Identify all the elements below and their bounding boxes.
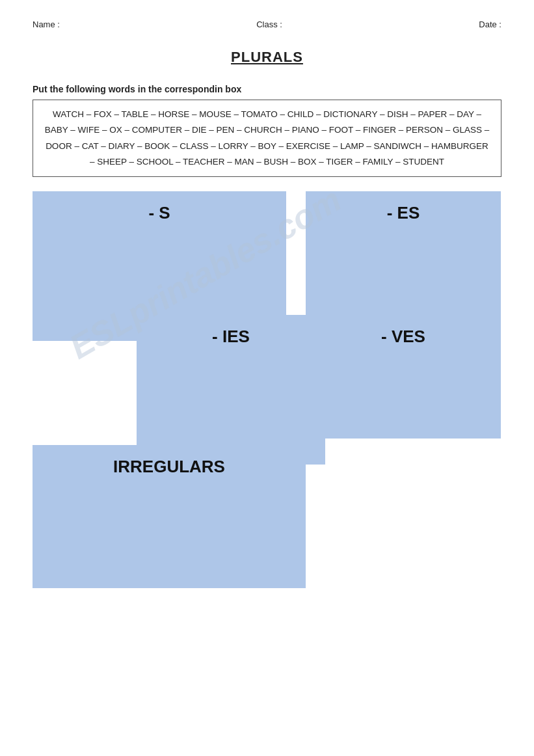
box-irregulars-label: IRREGULARS	[113, 457, 225, 477]
plural-boxes-area: - S - ES - IES - VES IRREGULARS	[33, 191, 501, 608]
box-ies: - IES	[137, 315, 325, 465]
box-es-label: - ES	[387, 203, 420, 223]
box-ves-label: - VES	[381, 327, 425, 347]
date-label: Date :	[479, 20, 501, 29]
header: Name : Class : Date :	[33, 20, 501, 29]
box-ies-label: - IES	[212, 327, 250, 347]
name-label: Name :	[33, 20, 60, 29]
instruction-text: Put the following words in the correspon…	[33, 84, 501, 94]
page-title: PLURALS	[33, 49, 501, 66]
word-list: WATCH – FOX – TABLE – HORSE – MOUSE – TO…	[33, 100, 501, 177]
class-label: Class :	[256, 20, 282, 29]
box-ves: - VES	[306, 315, 501, 439]
box-s-label: - S	[148, 203, 170, 223]
box-irregulars: IRREGULARS	[33, 445, 306, 588]
